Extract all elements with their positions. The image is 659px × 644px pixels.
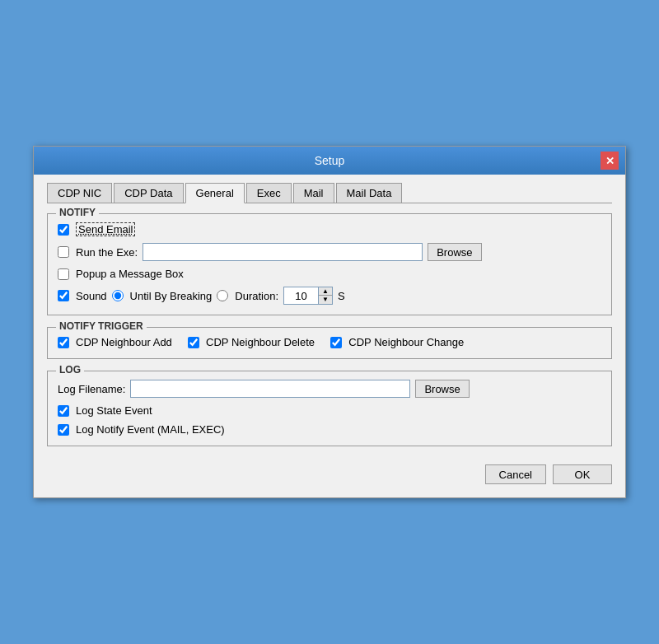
tab-cdp-nic[interactable]: CDP NIC xyxy=(47,183,112,203)
log-group: LOG Log Filename: Browse Log State Event… xyxy=(47,371,612,446)
ok-button[interactable]: OK xyxy=(553,464,612,484)
sound-row: Sound Until By Breaking Duration: 10 ▲ ▼… xyxy=(58,287,601,305)
send-email-label: Send Email xyxy=(76,222,135,236)
log-group-label: LOG xyxy=(56,364,84,376)
duration-spinner: 10 ▲ ▼ xyxy=(283,287,333,305)
run-exe-row: Run the Exe: Browse xyxy=(58,243,601,261)
close-button[interactable]: ✕ xyxy=(601,152,619,170)
duration-radio[interactable] xyxy=(217,290,228,301)
log-state-event-label: Log State Event xyxy=(76,404,152,417)
log-notify-event-row: Log Notify Event (MAIL, EXEC) xyxy=(58,423,601,436)
notify-trigger-row: CDP Neighbour Add CDP Neighbour Delete C… xyxy=(58,336,601,348)
log-notify-event-label: Log Notify Event (MAIL, EXEC) xyxy=(76,423,225,436)
run-exe-input[interactable] xyxy=(143,243,423,261)
notify-group-label: NOTIFY xyxy=(56,207,99,218)
tab-cdp-data[interactable]: CDP Data xyxy=(114,183,183,203)
tab-mail[interactable]: Mail xyxy=(293,183,334,203)
sound-label: Sound xyxy=(76,290,107,302)
cdp-neighbour-change-label: CDP Neighbour Change xyxy=(348,336,464,348)
cdp-neighbour-add-label: CDP Neighbour Add xyxy=(76,336,172,348)
duration-input[interactable]: 10 xyxy=(283,287,318,305)
tab-mail-data[interactable]: Mail Data xyxy=(336,183,403,203)
send-email-checkbox[interactable] xyxy=(58,224,69,236)
spin-down-button[interactable]: ▼ xyxy=(319,296,332,304)
popup-message-label: Popup a Message Box xyxy=(76,268,184,280)
log-browse-button[interactable]: Browse xyxy=(415,380,469,398)
setup-dialog: Setup ✕ CDP NIC CDP Data General Exec Ma… xyxy=(33,146,626,498)
popup-message-checkbox[interactable] xyxy=(58,268,69,280)
run-exe-label: Run the Exe: xyxy=(76,246,138,259)
notify-group: NOTIFY Send Email Run the Exe: Browse Po… xyxy=(47,213,612,315)
duration-unit: S xyxy=(338,290,345,302)
bottom-buttons: Cancel OK xyxy=(47,458,612,488)
sound-checkbox[interactable] xyxy=(58,290,69,301)
cdp-neighbour-add-checkbox[interactable] xyxy=(58,337,69,348)
spinner-buttons: ▲ ▼ xyxy=(318,287,333,305)
run-exe-checkbox[interactable] xyxy=(58,246,69,258)
log-filename-label: Log Filename: xyxy=(58,383,125,395)
log-state-event-row: Log State Event xyxy=(58,404,601,417)
log-filename-input[interactable] xyxy=(130,380,410,398)
log-state-event-checkbox[interactable] xyxy=(58,405,69,417)
dialog-content: CDP NIC CDP Data General Exec Mail Mail … xyxy=(34,175,625,497)
notify-trigger-group-label: NOTIFY TRIGGER xyxy=(56,320,147,332)
run-exe-browse-button[interactable]: Browse xyxy=(428,243,481,261)
log-notify-event-checkbox[interactable] xyxy=(58,424,69,436)
cdp-neighbour-delete-checkbox[interactable] xyxy=(188,337,199,348)
duration-label: Duration: xyxy=(235,290,278,302)
until-by-breaking-radio[interactable] xyxy=(112,290,124,301)
dialog-title: Setup xyxy=(58,154,601,167)
title-bar: Setup ✕ xyxy=(34,147,625,175)
tab-bar: CDP NIC CDP Data General Exec Mail Mail … xyxy=(47,183,612,203)
until-by-breaking-label: Until By Breaking xyxy=(130,290,213,302)
notify-trigger-group: NOTIFY TRIGGER CDP Neighbour Add CDP Nei… xyxy=(47,327,612,359)
popup-message-row: Popup a Message Box xyxy=(58,268,601,280)
cancel-button[interactable]: Cancel xyxy=(485,464,546,484)
tab-general[interactable]: General xyxy=(185,183,245,203)
cdp-neighbour-delete-label: CDP Neighbour Delete xyxy=(206,336,315,348)
spin-up-button[interactable]: ▲ xyxy=(319,287,332,296)
cdp-neighbour-change-checkbox[interactable] xyxy=(330,337,342,348)
tab-exec[interactable]: Exec xyxy=(246,183,292,203)
send-email-row: Send Email xyxy=(58,222,601,236)
log-filename-row: Log Filename: Browse xyxy=(58,380,601,398)
